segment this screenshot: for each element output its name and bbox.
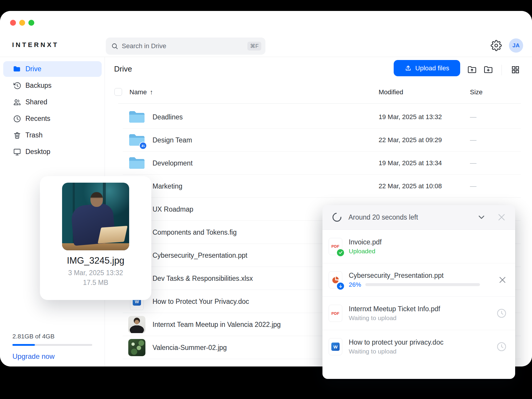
sidebar-item-label: Recents — [25, 115, 50, 123]
page-title: Drive — [114, 64, 132, 74]
file-size-cell: — — [470, 129, 476, 152]
sidebar-item-desktop[interactable]: Desktop — [3, 144, 102, 160]
word-file-icon: W — [331, 343, 340, 351]
table-row[interactable]: Marketing 22 Mar, 2025 at 10:08 — — [105, 175, 532, 198]
preview-date: 3 Mar, 2025 13:32 — [40, 269, 151, 277]
upload-progress-toast: Around 20 seconds left PDF Invoice.pdfUp… — [322, 205, 515, 379]
recents-clock-icon — [13, 115, 21, 123]
cancel-upload-icon — [498, 275, 507, 284]
storage-progress-fill — [12, 344, 35, 346]
waiting-indicator — [496, 308, 507, 319]
preview-photo — [62, 183, 129, 250]
storage-usage-label: 2.81GB of 4GB — [12, 333, 92, 340]
upload-item: W How to protect your privacy.docWaiting… — [322, 330, 515, 363]
file-name: UX Roadmap — [153, 205, 193, 213]
gear-icon — [491, 40, 502, 51]
file-name: Deadlines — [153, 113, 183, 121]
shared-folder-badge — [139, 142, 147, 150]
sidebar-item-trash[interactable]: Trash — [3, 127, 102, 143]
file-name-cell: Development — [128, 152, 193, 175]
file-preview-tooltip: IMG_3245.jpg 3 Mar, 2025 13:32 17.5 MB — [40, 176, 151, 300]
upload-progress: 26% — [349, 281, 480, 288]
sidebar-nav: Drive Backups Shared Recents Trash Deskt… — [0, 57, 105, 160]
file-name: How to Protect Your Privacy.doc — [153, 298, 249, 306]
folder-icon — [128, 156, 146, 171]
upload-item: Cybersecurity_Presentation.ppt 26% — [322, 263, 515, 296]
file-name: Internxt Team Meetup in Valencia 2022.jp… — [153, 321, 281, 329]
folder-icon — [128, 110, 146, 124]
sidebar-item-drive[interactable]: Drive — [3, 61, 102, 77]
sidebar-item-backups[interactable]: Backups — [3, 78, 102, 93]
select-all-checkbox[interactable] — [114, 88, 122, 96]
table-header-divider — [118, 103, 521, 104]
column-header-modified: Modified — [379, 88, 403, 96]
file-size-cell: — — [470, 152, 476, 175]
pdf-file-icon: PDF — [331, 244, 340, 249]
toast-header: Around 20 seconds left — [322, 205, 515, 230]
cancel-upload-button[interactable] — [498, 275, 507, 284]
photo-thumbnail — [128, 316, 145, 333]
table-row[interactable]: Development 19 Mar, 2025 at 13:34 — — [105, 152, 532, 175]
upload-item-name: Cybersecurity_Presentation.ppt — [349, 272, 480, 280]
grid-view-icon — [511, 65, 520, 74]
close-icon — [497, 213, 506, 222]
photo-thumbnail — [128, 339, 145, 356]
window-minimize-button[interactable] — [19, 20, 25, 26]
waiting-indicator — [496, 341, 507, 352]
shared-people-icon — [13, 98, 21, 106]
sidebar-item-label: Shared — [25, 98, 47, 106]
sidebar-item-label: Trash — [25, 131, 43, 139]
file-modified-cell: 22 Mar, 2025 at 09:29 — [379, 129, 442, 152]
window-close-button[interactable] — [10, 20, 16, 26]
upload-item-name: Internxt Meetup Ticket Info.pdf — [349, 305, 440, 313]
search-icon — [111, 43, 118, 50]
file-name: Design Team — [153, 136, 192, 144]
uploading-arrow-badge — [336, 282, 345, 290]
upload-status-label: Waiting to upload — [349, 348, 443, 355]
sidebar-item-shared[interactable]: Shared — [3, 94, 102, 110]
toast-collapse-button[interactable] — [477, 213, 486, 222]
waiting-clock-icon — [496, 308, 507, 319]
settings-button[interactable] — [491, 40, 502, 51]
column-header-name[interactable]: Name↑ — [129, 88, 153, 96]
upload-status-label: Uploaded — [349, 248, 382, 255]
search-bar[interactable]: ⌘F — [106, 38, 265, 55]
grid-view-button[interactable] — [510, 64, 521, 76]
file-name: Dev Tasks & Responsibilities.xlsx — [153, 275, 253, 283]
toast-close-button[interactable] — [497, 213, 506, 222]
file-size-cell: — — [470, 106, 476, 129]
upload-files-button[interactable]: Upload files — [394, 60, 460, 76]
file-name-cell: Deadlines — [128, 106, 183, 129]
search-input[interactable] — [122, 42, 247, 50]
file-name: Valencia-Summer-02.jpg — [153, 344, 227, 352]
upload-folder-button[interactable] — [466, 64, 478, 76]
upload-files-label: Upload files — [415, 64, 449, 72]
avatar[interactable]: JA — [509, 38, 523, 53]
sidebar-item-recents[interactable]: Recents — [3, 111, 102, 126]
new-folder-button[interactable] — [482, 64, 494, 76]
trash-icon — [13, 131, 21, 140]
table-row[interactable]: Deadlines 19 Mar, 2025 at 13:32 — — [105, 106, 532, 129]
toast-time-remaining: Around 20 seconds left — [348, 213, 418, 221]
backups-history-icon — [13, 82, 21, 90]
sidebar-item-label: Backups — [25, 82, 51, 90]
waiting-clock-icon — [496, 341, 507, 352]
file-modified-cell: 19 Mar, 2025 at 13:34 — [379, 152, 442, 175]
file-modified-cell: 22 Mar, 2025 at 10:08 — [379, 175, 442, 198]
column-header-size: Size — [470, 88, 483, 96]
pdf-file-icon: PDF — [331, 311, 340, 316]
sidebar-item-label: Drive — [25, 65, 41, 73]
storage-widget: 2.81GB of 4GB Upgrade now — [12, 333, 92, 361]
window-zoom-button[interactable] — [28, 20, 34, 26]
top-bar: INTERNXT ⌘F JA — [0, 11, 532, 57]
preview-size: 17.5 MB — [40, 279, 151, 287]
folder-plus-icon — [483, 65, 493, 75]
drive-folder-icon — [13, 65, 21, 73]
progress-bar — [365, 283, 480, 286]
upgrade-now-link[interactable]: Upgrade now — [12, 352, 92, 361]
file-name: Development — [153, 159, 193, 167]
search-shortcut-badge: ⌘F — [247, 42, 261, 51]
table-row[interactable]: Design Team 22 Mar, 2025 at 09:29 — — [105, 129, 532, 152]
file-name: Marketing — [153, 182, 182, 190]
upload-item-name: How to protect your privacy.doc — [349, 338, 443, 346]
